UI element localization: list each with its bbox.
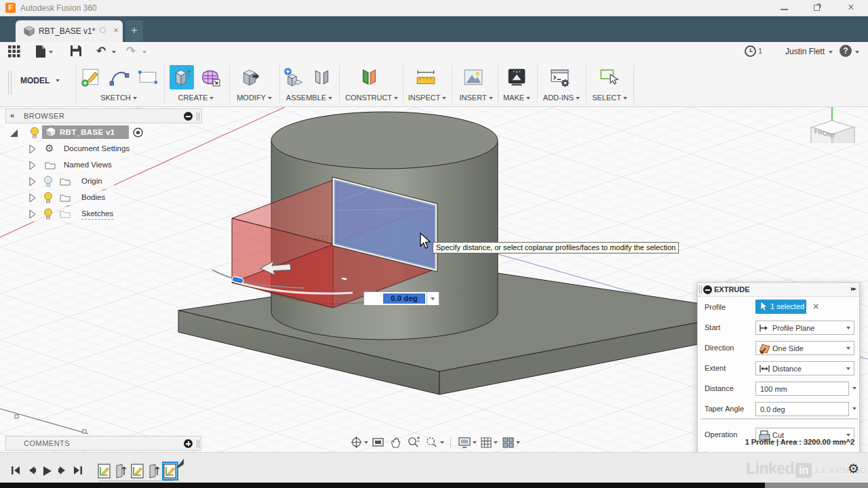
redo-icon[interactable]: ↷	[126, 44, 136, 58]
browser-grip[interactable]	[197, 113, 199, 121]
distance-caret-icon[interactable]	[852, 387, 856, 390]
timeline-extrude-2[interactable]	[147, 463, 161, 479]
viewports-icon[interactable]	[502, 437, 514, 448]
go-to-start-button[interactable]	[11, 466, 20, 475]
display-settings-icon[interactable]	[458, 437, 471, 448]
toolbar-grip[interactable]	[8, 70, 12, 95]
make-3d-print-icon[interactable]	[506, 66, 528, 88]
new-tab-button[interactable]: +	[125, 20, 143, 42]
measure-icon[interactable]	[415, 66, 437, 88]
expander-closed-icon[interactable]	[28, 177, 37, 186]
rectangle-icon[interactable]	[137, 66, 159, 88]
browser-panel-header[interactable]: « BROWSER	[5, 108, 202, 123]
expander-closed-icon[interactable]	[28, 144, 37, 154]
close-window-button[interactable]: ×	[840, 0, 863, 16]
extent-dropdown[interactable]: Distance	[755, 361, 854, 375]
activate-radio-icon[interactable]	[133, 127, 143, 138]
fit-zoom-icon[interactable]	[426, 436, 438, 448]
extrude-dialog-header[interactable]: EXTRUDE ▸▸	[698, 283, 859, 297]
distance-input[interactable]: 100 mm	[755, 382, 849, 396]
view-cube[interactable]: FRONT RIGHT Z X	[800, 65, 868, 143]
angle-input-value[interactable]: 0.0 deg	[383, 293, 425, 304]
bulb-off-icon[interactable]	[43, 176, 53, 187]
file-menu-caret-icon[interactable]	[49, 51, 53, 54]
browser-row-bodies[interactable]: Bodies	[5, 190, 202, 206]
taper-caret-icon[interactable]	[852, 407, 856, 410]
undo-caret-icon[interactable]	[112, 51, 116, 54]
inspect-menu[interactable]: INSPECT	[406, 94, 449, 102]
redo-caret-icon[interactable]	[142, 51, 146, 54]
play-button[interactable]	[42, 466, 52, 476]
help-button[interactable]: ?	[840, 45, 852, 57]
expander-open-icon[interactable]	[9, 129, 18, 138]
step-back-button[interactable]	[27, 466, 36, 475]
look-at-icon[interactable]	[372, 437, 384, 447]
expander-closed-icon[interactable]	[28, 209, 37, 219]
comments-panel-header[interactable]: COMMENTS	[5, 436, 201, 451]
bulb-on-icon[interactable]	[30, 127, 39, 138]
undo-icon[interactable]: ↶	[96, 44, 106, 58]
step-forward-button[interactable]	[58, 466, 67, 475]
maximize-button[interactable]	[806, 0, 829, 16]
grid-settings-icon[interactable]	[481, 437, 492, 448]
minimize-button[interactable]	[773, 0, 796, 16]
sketch-menu[interactable]: SKETCH	[98, 94, 139, 102]
angle-dropdown-button[interactable]	[427, 292, 439, 305]
browser-row-root[interactable]: RBT_BASE v1	[5, 125, 202, 141]
new-component-icon[interactable]	[282, 66, 304, 88]
browser-row-sketches[interactable]: Sketches	[5, 206, 202, 222]
make-menu[interactable]: MAKE	[499, 94, 534, 102]
profile-selection-button[interactable]: 1 selected	[755, 300, 806, 314]
dialog-pin-icon[interactable]: ▸▸	[851, 285, 855, 292]
browser-row-document-settings[interactable]: ⚙ Document Settings	[5, 141, 202, 157]
create-form-icon[interactable]	[199, 66, 221, 88]
insert-image-icon[interactable]	[462, 66, 484, 88]
browser-row-origin[interactable]: Origin	[5, 174, 202, 190]
assemble-menu[interactable]: ASSEMBLE	[283, 94, 335, 102]
save-icon[interactable]	[71, 45, 81, 56]
app-grid-icon[interactable]	[8, 45, 20, 58]
joint-icon[interactable]	[311, 66, 332, 88]
browser-collapse-icon[interactable]: «	[10, 111, 14, 119]
timeline-sketch-2[interactable]	[131, 463, 144, 479]
timeline-playhead-marker[interactable]	[175, 458, 184, 468]
browser-remove-icon[interactable]	[184, 112, 193, 121]
zoom-icon[interactable]	[408, 436, 420, 448]
comments-grip[interactable]	[197, 440, 199, 448]
create-sketch-icon[interactable]	[80, 66, 102, 88]
create-menu[interactable]: CREATE	[175, 94, 217, 102]
player-settings-gear-icon[interactable]: ⚙	[848, 461, 859, 476]
extrude-tool-active[interactable]	[170, 65, 194, 89]
construct-plane-icon[interactable]	[358, 66, 380, 88]
add-ins-menu[interactable]: ADD-INS	[540, 94, 583, 102]
expander-closed-icon[interactable]	[28, 161, 37, 170]
dialog-collapse-icon[interactable]	[703, 285, 712, 294]
bulb-on-icon[interactable]	[43, 192, 53, 203]
tab-close-icon[interactable]: ×	[111, 25, 121, 35]
go-to-end-button[interactable]	[73, 466, 83, 475]
taper-angle-input[interactable]: 0.0 deg	[755, 402, 849, 416]
browser-row-named-views[interactable]: Named Views	[5, 157, 202, 174]
direction-dropdown[interactable]: One Side	[755, 341, 854, 355]
clear-selection-icon[interactable]: ×	[813, 301, 818, 312]
workspace-selector[interactable]: MODEL	[20, 76, 50, 85]
browser-root-item[interactable]: RBT_BASE v1	[42, 125, 129, 139]
add-ins-scripts-icon[interactable]	[549, 66, 571, 88]
select-tool-icon[interactable]	[598, 66, 620, 88]
insert-menu[interactable]: INSERT	[456, 94, 496, 102]
orbit-icon[interactable]	[351, 436, 362, 448]
file-menu-icon[interactable]	[35, 45, 46, 58]
workspace-caret-icon[interactable]	[56, 79, 60, 82]
bulb-on-icon[interactable]	[43, 208, 53, 220]
start-dropdown[interactable]: Profile Plane	[755, 321, 854, 335]
help-caret-icon[interactable]	[855, 51, 859, 54]
timeline-sketch-1[interactable]	[98, 463, 111, 479]
document-tab[interactable]: RBT_BASE v1* ×	[16, 20, 123, 42]
timeline-extrude-1[interactable]	[114, 463, 127, 479]
dialog-grip[interactable]	[699, 285, 702, 293]
angle-input-box[interactable]: 0.0 deg	[363, 291, 439, 306]
expander-closed-icon[interactable]	[28, 193, 37, 203]
modify-menu[interactable]: MODIFY	[233, 94, 275, 102]
press-pull-icon[interactable]	[240, 66, 262, 88]
notifications-clock-icon[interactable]	[745, 45, 756, 57]
